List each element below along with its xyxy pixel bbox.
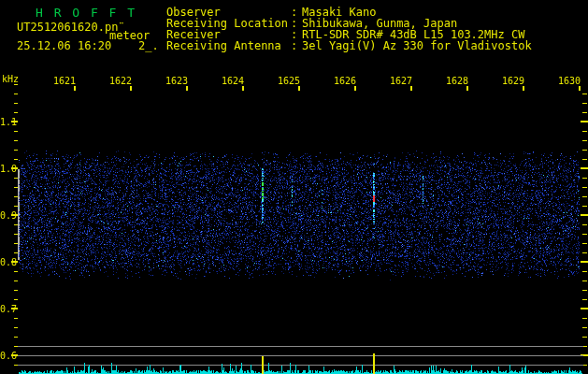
time-tick-label: 1624	[222, 76, 244, 86]
chart-area: kHz 162116221623162416251626162716281629…	[0, 0, 588, 374]
freq-tick-label: 0.9	[0, 210, 17, 221]
time-tick-label: 1627	[390, 76, 412, 86]
time-tick-label: 1621	[53, 76, 76, 86]
freq-tick-label: 0.7	[0, 304, 17, 314]
hrofft-screen: H R O F F T UT2512061620.pn¨ meteor 25.1…	[0, 0, 588, 374]
freq-tick-label: 1.0	[0, 164, 17, 174]
freq-tick-label: 0.8	[0, 257, 17, 267]
time-tick-label: 1626	[334, 76, 356, 86]
time-tick-label: 1625	[278, 76, 300, 86]
time-tick-label: 1622	[109, 76, 132, 86]
time-tick-label: 1623	[165, 76, 188, 86]
time-tick-label: 1629	[502, 76, 524, 86]
freq-tick-label: 1.1	[0, 117, 17, 127]
freq-tick-label: 0.6	[0, 351, 17, 361]
time-tick-label: 1628	[446, 76, 468, 86]
y-axis-unit-label: kHz	[2, 74, 19, 84]
time-tick-label: 1630	[558, 76, 581, 86]
